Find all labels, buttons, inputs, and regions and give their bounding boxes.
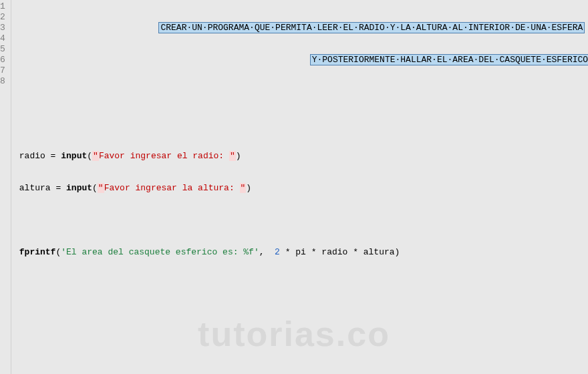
code-line-5: radio = input("Favor ingresar el radio: …: [19, 151, 588, 162]
code-content[interactable]: CREAR·UN·PROGRAMA·QUE·PERMITA·LEER·EL·RA…: [11, 0, 588, 374]
expression: * pi *: [280, 247, 321, 257]
line-number: 3: [0, 23, 5, 33]
string-quote: ": [240, 183, 247, 193]
selected-comment-1: CREAR·UN·PROGRAMA·QUE·PERMITA·LEER·EL·RA…: [158, 22, 585, 33]
var-altura: altura =: [19, 183, 66, 193]
keyword-input: input: [61, 151, 87, 161]
line-gutter: 1 2 3 4 5 6 7 8: [0, 0, 11, 374]
line-number: 2: [0, 12, 5, 23]
line-number: 4: [0, 33, 5, 44]
keyword-fprintf: fprintf: [19, 247, 56, 257]
string-literal: 'El area del casquete esferico es: %f': [61, 247, 259, 257]
var-radio: radio =: [19, 151, 61, 161]
string-literal: Favor ingresar el radio:: [99, 151, 229, 161]
string-quote: ": [92, 151, 99, 161]
selected-comment-2: Y·POSTERIORMENTE·HALLAR·EL·AREA·DEL·CASQ…: [310, 54, 588, 65]
code-line-2: Y·POSTERIORMENTE·HALLAR·EL·AREA·DEL·CASQ…: [19, 55, 588, 65]
paren-open: (: [87, 151, 92, 161]
keyword-input: input: [66, 183, 92, 193]
code-editor: 1 2 3 4 5 6 7 8 CREAR·UN·PROGRAMA·QUE·PE…: [0, 0, 588, 374]
string-quote: ": [229, 151, 236, 161]
line-number: 1: [0, 1, 5, 12]
line-number: 5: [0, 44, 5, 55]
paren-close: ): [236, 151, 241, 161]
code-line-7: [19, 215, 588, 226]
code-line-6: altura = input("Favor ingresar la altura…: [19, 183, 588, 194]
number-literal: 2: [275, 247, 280, 257]
line-number: 6: [0, 55, 5, 65]
paren-close: ): [246, 183, 251, 193]
string-literal: Favor ingresar la altura:: [104, 183, 240, 193]
code-line-4: [19, 119, 588, 130]
expression: radio * altura): [321, 247, 400, 257]
line-number: 8: [0, 76, 5, 87]
code-line-3: [19, 87, 588, 98]
line-number: 7: [0, 65, 5, 76]
code-line-8: fprintf('El area del casquete esferico e…: [19, 247, 588, 258]
comma: ,: [259, 247, 275, 257]
string-quote: ": [98, 183, 104, 193]
paren-open: (: [92, 183, 98, 193]
code-line-1: CREAR·UN·PROGRAMA·QUE·PERMITA·LEER·EL·RA…: [19, 23, 588, 33]
